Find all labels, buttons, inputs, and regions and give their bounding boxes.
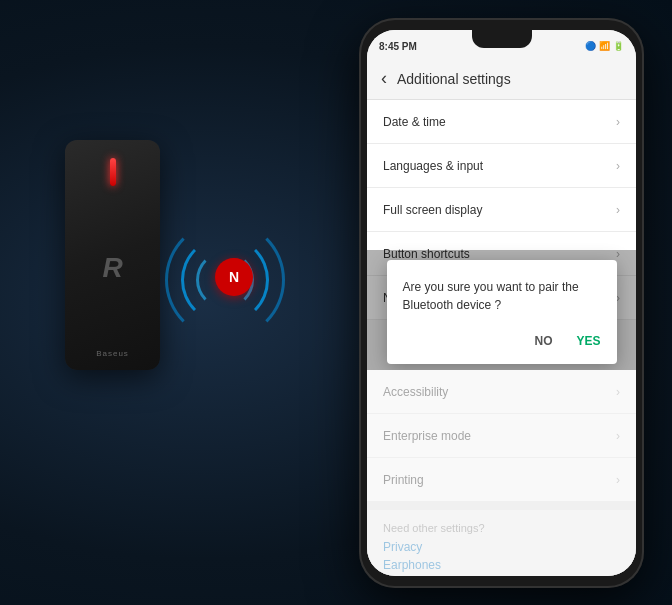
nfc-badge: N xyxy=(215,258,253,296)
back-button[interactable]: ‹ xyxy=(381,68,387,89)
battery-icon: 🔋 xyxy=(613,41,624,51)
chevron-date-time: › xyxy=(616,115,620,129)
dialog-overlay: Are you sure you want to pair the Blueto… xyxy=(367,250,636,576)
setting-enterprise[interactable]: Enterprise mode › xyxy=(367,414,636,458)
section-gap xyxy=(367,502,636,510)
dialog-actions: NO YES xyxy=(387,324,617,364)
status-time: 8:45 PM xyxy=(379,41,417,52)
settings-list: Date & time › Languages & input › Full s… xyxy=(367,100,636,576)
setting-date-time[interactable]: Date & time › xyxy=(367,100,636,144)
setting-printing[interactable]: Printing › xyxy=(367,458,636,502)
nfc-badge-text: N xyxy=(229,269,239,285)
notch xyxy=(472,30,532,48)
app-title: Additional settings xyxy=(397,71,511,87)
signal-icon: 📶 xyxy=(599,41,610,51)
footer-section: Need other settings? Privacy Earphones xyxy=(367,510,636,576)
phone: 8:45 PM 🔵 📶 🔋 ‹ Additional settings Date… xyxy=(359,18,644,588)
device-brand: Baseus xyxy=(96,349,129,358)
chevron-languages: › xyxy=(616,159,620,173)
setting-accessibility[interactable]: Accessibility › xyxy=(367,370,636,414)
bluetooth-dialog: Are you sure you want to pair the Blueto… xyxy=(387,260,617,364)
footer-link-privacy[interactable]: Privacy xyxy=(383,540,620,554)
setting-languages[interactable]: Languages & input › xyxy=(367,144,636,188)
dialog-message: Are you sure you want to pair the Blueto… xyxy=(403,278,601,314)
dialog-no-button[interactable]: NO xyxy=(530,330,556,352)
footer-link-earphones[interactable]: Earphones xyxy=(383,558,620,572)
settings-behind-dialog: Accessibility › Enterprise mode › Printi… xyxy=(367,370,636,576)
device-led xyxy=(110,158,116,186)
bluetooth-icon: 🔵 xyxy=(585,41,596,51)
device-logo: R xyxy=(102,252,122,284)
nfc-device: R Baseus xyxy=(65,140,160,370)
dialog-yes-button[interactable]: YES xyxy=(572,330,604,352)
chevron-enterprise: › xyxy=(616,429,620,443)
status-icons: 🔵 📶 🔋 xyxy=(585,41,624,51)
setting-label-languages: Languages & input xyxy=(383,159,483,173)
chevron-printing: › xyxy=(616,473,620,487)
chevron-fullscreen: › xyxy=(616,203,620,217)
setting-label-enterprise: Enterprise mode xyxy=(383,429,471,443)
setting-label-date-time: Date & time xyxy=(383,115,446,129)
footer-question: Need other settings? xyxy=(383,522,620,534)
setting-label-accessibility: Accessibility xyxy=(383,385,448,399)
setting-label-printing: Printing xyxy=(383,473,424,487)
setting-label-fullscreen: Full screen display xyxy=(383,203,482,217)
app-bar: ‹ Additional settings xyxy=(367,58,636,100)
setting-fullscreen[interactable]: Full screen display › xyxy=(367,188,636,232)
dialog-body: Are you sure you want to pair the Blueto… xyxy=(387,260,617,324)
chevron-accessibility: › xyxy=(616,385,620,399)
phone-screen: 8:45 PM 🔵 📶 🔋 ‹ Additional settings Date… xyxy=(367,30,636,576)
